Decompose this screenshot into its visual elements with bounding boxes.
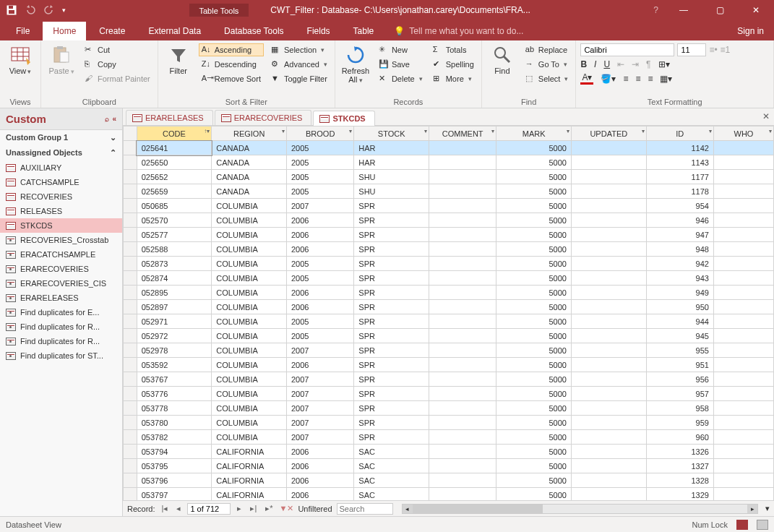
cell-updated[interactable] <box>571 343 646 358</box>
scroll-left-arrow[interactable]: ◂ <box>403 505 413 513</box>
design-view-toggle[interactable] <box>757 520 768 530</box>
indent-decrease-icon[interactable]: ⇤ <box>617 59 624 69</box>
column-header-stock[interactable]: STOCK▾ <box>354 126 429 141</box>
new-record-button[interactable]: ✳New <box>376 43 426 56</box>
cell-code[interactable]: 053795 <box>137 459 212 473</box>
row-selector[interactable] <box>124 271 137 286</box>
cell-who[interactable] <box>713 314 773 329</box>
cell-who[interactable] <box>713 184 773 199</box>
cell-region[interactable]: COLUMBIA <box>212 242 287 257</box>
cell-region[interactable]: COLUMBIA <box>212 416 287 430</box>
nav-search-icon[interactable]: ⌕ <box>105 115 109 123</box>
table-row[interactable]: 052570COLUMBIA2006SPR5000946 <box>124 213 774 228</box>
cell-stock[interactable]: SPR <box>354 286 429 300</box>
cell-stock[interactable]: SAC <box>354 473 429 488</box>
cell-stock[interactable]: SHU <box>354 170 429 184</box>
text-direction-icon[interactable]: ¶ <box>646 59 650 69</box>
cell-stock[interactable]: SAC <box>354 445 429 459</box>
cell-region[interactable]: COLUMBIA <box>212 314 287 329</box>
horizontal-scrollbar[interactable]: ◂ ▸ <box>402 504 759 514</box>
cell-stock[interactable]: SPR <box>354 401 429 416</box>
cell-region[interactable]: COLUMBIA <box>212 213 287 228</box>
replace-button[interactable]: abReplace <box>523 43 572 56</box>
cell-region[interactable]: COLUMBIA <box>212 329 287 343</box>
cell-id[interactable]: 957 <box>646 387 713 401</box>
column-header-who[interactable]: WHO▾ <box>713 126 773 141</box>
fill-color-button[interactable]: 🪣▾ <box>601 74 616 84</box>
nav-collapse-icon[interactable]: « <box>112 115 116 123</box>
tab-database-tools[interactable]: Database Tools <box>214 22 294 40</box>
save-icon[interactable] <box>6 4 17 16</box>
nav-item-releases[interactable]: RELEASES <box>0 204 122 218</box>
refresh-all-button[interactable]: Refresh All <box>340 43 371 85</box>
row-selector[interactable] <box>124 213 137 228</box>
align-center-button[interactable]: ≡ <box>635 74 640 84</box>
row-selector[interactable] <box>124 184 137 199</box>
remove-sort-button[interactable]: A⭲Remove Sort <box>199 72 264 85</box>
cell-id[interactable]: 951 <box>646 358 713 372</box>
cell-id[interactable]: 950 <box>646 300 713 314</box>
row-selector[interactable] <box>124 343 137 358</box>
spelling-button[interactable]: ✔Spelling <box>430 58 477 71</box>
redo-icon[interactable] <box>43 4 55 16</box>
cell-mark[interactable]: 5000 <box>496 416 572 430</box>
cell-comment[interactable] <box>429 286 496 300</box>
cell-updated[interactable] <box>571 199 646 213</box>
row-selector[interactable] <box>124 372 137 387</box>
row-selector[interactable] <box>124 445 137 459</box>
cell-code[interactable]: 025641 <box>137 141 212 155</box>
cell-who[interactable] <box>713 257 773 271</box>
cell-brood[interactable]: 2007 <box>287 430 354 445</box>
cell-updated[interactable] <box>571 155 646 170</box>
cell-stock[interactable]: HAR <box>354 155 429 170</box>
cell-mark[interactable]: 5000 <box>496 213 572 228</box>
cell-region[interactable]: COLUMBIA <box>212 257 287 271</box>
column-header-comment[interactable]: COMMENT▾ <box>429 126 496 141</box>
datasheet-grid[interactable]: CODE↑▾REGION▾BROOD▾STOCK▾COMMENT▾MARK▾UP… <box>123 126 774 500</box>
doc-tab-stkcds[interactable]: STKCDS <box>313 111 374 126</box>
cell-updated[interactable] <box>571 300 646 314</box>
cell-region[interactable]: COLUMBIA <box>212 372 287 387</box>
cell-region[interactable]: COLUMBIA <box>212 199 287 213</box>
cell-comment[interactable] <box>429 445 496 459</box>
cell-who[interactable] <box>713 401 773 416</box>
row-selector[interactable] <box>124 141 137 155</box>
cell-comment[interactable] <box>429 213 496 228</box>
cell-code[interactable]: 052897 <box>137 300 212 314</box>
cell-updated[interactable] <box>571 213 646 228</box>
table-row[interactable]: 052971COLUMBIA2005SPR5000944 <box>124 314 774 329</box>
cell-id[interactable]: 949 <box>646 286 713 300</box>
datasheet-view-toggle[interactable] <box>736 520 748 530</box>
row-selector[interactable] <box>124 459 137 473</box>
cell-id[interactable]: 944 <box>646 314 713 329</box>
cell-brood[interactable]: 2007 <box>287 199 354 213</box>
bullets-icon[interactable]: ≡• <box>709 45 717 55</box>
cell-who[interactable] <box>713 329 773 343</box>
cell-mark[interactable]: 5000 <box>496 488 572 501</box>
cell-mark[interactable]: 5000 <box>496 430 572 445</box>
cell-updated[interactable] <box>571 372 646 387</box>
cell-region[interactable]: CALIFORNIA <box>212 459 287 473</box>
cell-who[interactable] <box>713 155 773 170</box>
cell-comment[interactable] <box>429 228 496 242</box>
cell-brood[interactable]: 2007 <box>287 343 354 358</box>
cell-comment[interactable] <box>429 141 496 155</box>
cell-id[interactable]: 1142 <box>646 141 713 155</box>
cell-comment[interactable] <box>429 416 496 430</box>
help-icon[interactable]: ? <box>653 5 658 15</box>
cell-brood[interactable]: 2006 <box>287 445 354 459</box>
cell-mark[interactable]: 5000 <box>496 184 572 199</box>
goto-button[interactable]: →Go To <box>523 58 572 71</box>
prev-record-button[interactable]: ◂ <box>174 504 183 513</box>
cell-mark[interactable]: 5000 <box>496 473 572 488</box>
column-header-id[interactable]: ID▾ <box>646 126 713 141</box>
cell-who[interactable] <box>713 242 773 257</box>
cell-id[interactable]: 946 <box>646 213 713 228</box>
last-record-button[interactable]: ▸| <box>248 504 259 513</box>
cell-brood[interactable]: 2005 <box>287 329 354 343</box>
cell-brood[interactable]: 2005 <box>287 257 354 271</box>
underline-button[interactable]: U <box>603 59 610 69</box>
cell-brood[interactable]: 2006 <box>287 300 354 314</box>
cell-code[interactable]: 052978 <box>137 343 212 358</box>
cell-stock[interactable]: SPR <box>354 314 429 329</box>
